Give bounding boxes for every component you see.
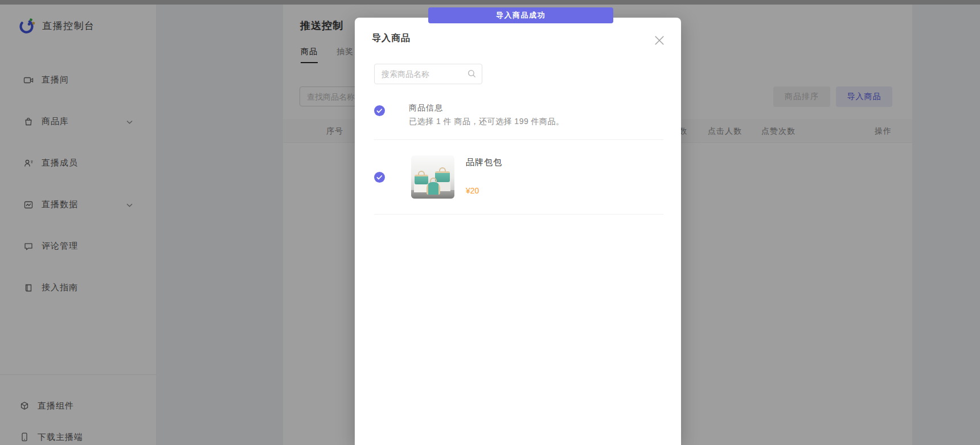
close-icon[interactable] <box>654 35 665 46</box>
modal-title: 导入商品 <box>372 32 411 44</box>
product-list-item[interactable]: 品牌包包 ¥20 <box>355 147 681 210</box>
section-title: 商品信息 <box>409 103 443 113</box>
modal-search-field <box>374 64 482 84</box>
toast-message: 导入商品成功 <box>496 10 546 20</box>
search-icon[interactable] <box>467 69 477 79</box>
divider <box>374 214 663 215</box>
selection-summary: 已选择 1 件 商品，还可选择 199 件商品。 <box>409 117 564 127</box>
product-image <box>411 155 454 199</box>
divider <box>374 139 663 140</box>
product-price: ¥20 <box>466 186 479 195</box>
success-toast: 导入商品成功 <box>428 7 613 23</box>
product-name: 品牌包包 <box>466 157 502 168</box>
product-checkbox[interactable] <box>374 172 385 183</box>
select-all-checkbox[interactable] <box>374 105 385 116</box>
modal-search-input[interactable] <box>374 64 482 84</box>
import-products-modal: 导入商品 商品信息 已选择 1 件 商品，还可选择 199 件商品。 <box>355 18 681 445</box>
